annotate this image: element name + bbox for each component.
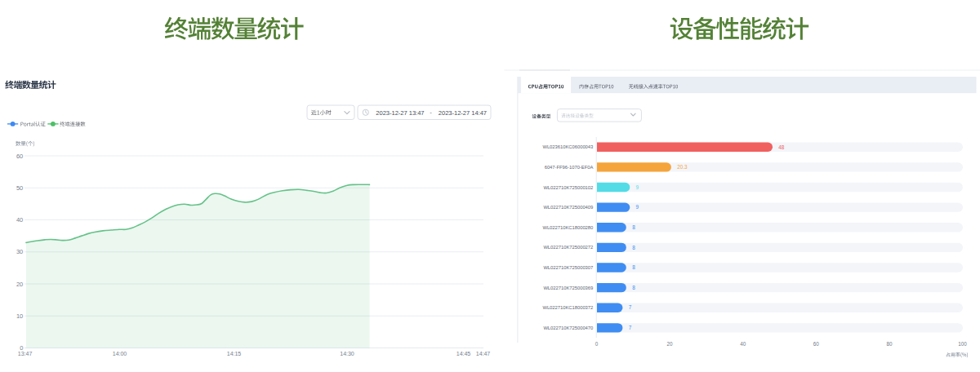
svg-text:WL022710K725000369: WL022710K725000369	[543, 286, 593, 290]
svg-text:WL023610KC06000043: WL023610KC06000043	[542, 144, 593, 149]
svg-text:48: 48	[778, 144, 785, 150]
svg-text:20: 20	[16, 281, 23, 288]
svg-text:9: 9	[636, 184, 639, 190]
svg-text:14:30: 14:30	[340, 351, 354, 356]
svg-text:100: 100	[958, 341, 967, 347]
svg-text:8: 8	[632, 285, 635, 290]
svg-text:10: 10	[16, 312, 23, 320]
svg-text:20: 20	[667, 341, 674, 347]
svg-text:40: 40	[740, 341, 746, 347]
svg-text:6047-FF96-1070-EF0A: 6047-FF96-1070-EF0A	[545, 165, 594, 170]
svg-text:WL022710K725000409: WL022710K725000409	[543, 205, 593, 210]
svg-text:2023-12-27 13:47: 2023-12-27 13:47	[376, 109, 424, 117]
svg-text:WL022710K725000470: WL022710K725000470	[543, 326, 593, 330]
svg-text:WL022710K725000272: WL022710K725000272	[543, 245, 593, 250]
svg-text:14:00: 14:00	[113, 351, 127, 356]
svg-text:60: 60	[16, 153, 23, 160]
svg-text:60: 60	[813, 341, 820, 347]
svg-text:WL022710KC18000280: WL022710KC18000280	[542, 225, 593, 230]
svg-text:14:47: 14:47	[476, 351, 491, 356]
svg-text:14:15: 14:15	[227, 351, 242, 356]
svg-text:30: 30	[16, 248, 23, 255]
svg-text:2023-12-27 14:47: 2023-12-27 14:47	[439, 109, 487, 117]
svg-text:WL022710K725000102: WL022710K725000102	[543, 185, 593, 190]
svg-text:0: 0	[595, 341, 599, 347]
svg-text:WL022710KC18000372: WL022710KC18000372	[542, 305, 593, 310]
svg-text:7: 7	[629, 325, 632, 330]
svg-text:13:47: 13:47	[18, 351, 33, 356]
svg-text:WL022710K725000307: WL022710K725000307	[543, 265, 593, 270]
svg-text:14:45: 14:45	[457, 351, 471, 356]
svg-text:9: 9	[636, 204, 639, 210]
svg-text:20.3: 20.3	[677, 164, 688, 170]
svg-text:8: 8	[632, 264, 635, 270]
svg-text:8: 8	[632, 245, 635, 250]
svg-text:7: 7	[629, 304, 632, 310]
svg-text:8: 8	[632, 224, 635, 230]
svg-text:50: 50	[16, 184, 23, 192]
svg-text:80: 80	[886, 341, 893, 347]
svg-text:40: 40	[16, 216, 23, 224]
